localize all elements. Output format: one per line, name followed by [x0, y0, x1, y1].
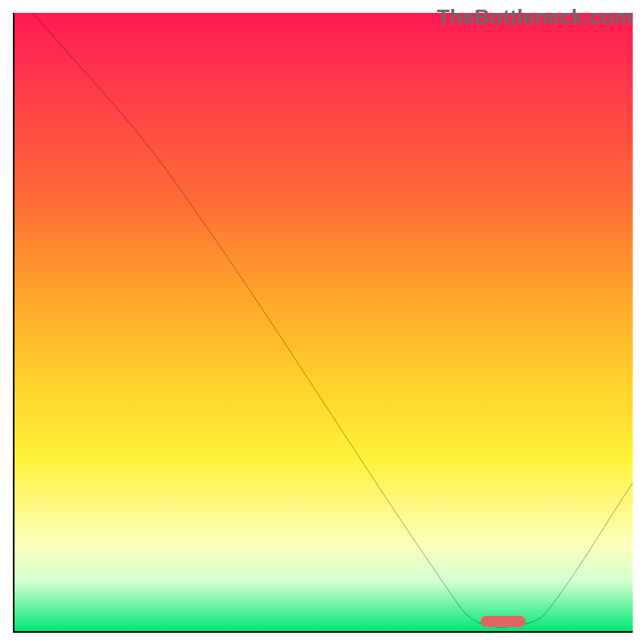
- background-gradient: [14, 13, 633, 631]
- optimal-marker: [481, 616, 526, 627]
- plot-area: [13, 13, 633, 633]
- chart-container: TheBottleneck.com: [0, 0, 644, 644]
